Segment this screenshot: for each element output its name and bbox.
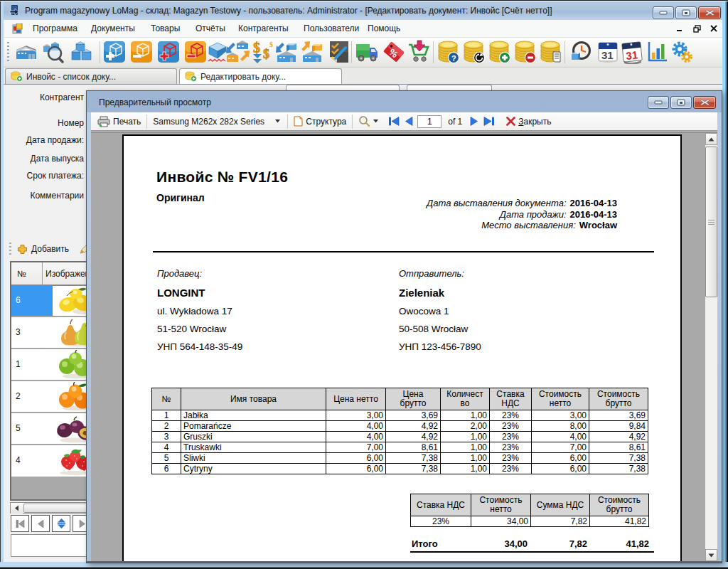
menu-goods[interactable]: Товары: [151, 23, 180, 33]
mdi-window-controls: [675, 23, 719, 34]
outgoing-delivery-icon[interactable]: [300, 40, 324, 64]
menu-help[interactable]: Помощь: [368, 23, 400, 33]
coins-query-icon[interactable]: ?: [437, 40, 461, 64]
col-vat-amount: Сумма НДС: [531, 494, 590, 516]
nav-next-page-button[interactable]: [467, 117, 481, 126]
table-cell: 4,92: [386, 421, 441, 432]
table-cell: 34,00: [471, 516, 531, 527]
main-titlebar[interactable]: Program magazynowy LoMag - склад: Magazy…: [1, 1, 727, 20]
history-clock-icon[interactable]: [569, 40, 593, 64]
invoice-divider: [153, 251, 654, 252]
tab-edit-document[interactable]: Редактировать доку...: [179, 68, 342, 84]
table-cell: 6: [152, 464, 181, 474]
mdi-minimize-icon[interactable]: [675, 23, 685, 34]
menu-reports[interactable]: Отчёты: [196, 23, 225, 33]
nav-prev-button[interactable]: [31, 515, 50, 532]
print-button[interactable]: Печать: [95, 116, 144, 127]
menu-program[interactable]: Программа: [33, 23, 77, 33]
page-number-input[interactable]: [417, 115, 441, 128]
hscroll-left-arrow-icon[interactable]: [11, 503, 23, 514]
tab-invoice-list[interactable]: Инвойс - список доку...: [5, 68, 177, 84]
nav-prev-page-button[interactable]: [402, 117, 416, 126]
table-cell: 4,92: [589, 432, 648, 442]
toolbar-separator: [564, 41, 565, 63]
vscroll-up-arrow-icon[interactable]: [705, 133, 717, 145]
invoice-meta: Дата выставления документа:2016-04-13 Да…: [427, 198, 617, 231]
menu-users[interactable]: Пользователи: [304, 23, 359, 33]
table-cell: 23%: [490, 453, 532, 464]
grid-column-num[interactable]: №: [17, 269, 26, 279]
nav-updown-button[interactable]: [52, 515, 70, 532]
goods-receipt-icon[interactable]: [156, 40, 181, 64]
menu-documents[interactable]: Документы: [91, 23, 135, 33]
preview-titlebar[interactable]: Предварительный просмотр: [87, 91, 722, 112]
goods-boxes-icon[interactable]: [70, 40, 94, 64]
add-row-button[interactable]: Добавить: [17, 241, 69, 257]
magnifier-icon: [358, 115, 370, 127]
window-caption-buttons: [651, 6, 721, 19]
coins-refresh-icon[interactable]: [462, 40, 486, 64]
warehouse-icon[interactable]: [14, 40, 38, 64]
preview-restore-button[interactable]: [670, 96, 692, 109]
row-number: 1: [16, 359, 21, 369]
coins-add-icon[interactable]: [488, 40, 512, 64]
preview-vscrollbar[interactable]: [705, 133, 717, 561]
incoming-delivery-icon[interactable]: [274, 40, 299, 64]
col-quantity: Количест во: [441, 388, 490, 410]
add-item-icon[interactable]: [102, 40, 127, 64]
vscroll-thumb[interactable]: [705, 147, 717, 297]
restore-button[interactable]: [675, 6, 697, 19]
zoom-button[interactable]: [355, 115, 381, 127]
calendar-red-icon[interactable]: 31: [620, 40, 644, 64]
printer-dropdown-arrow-icon[interactable]: [275, 119, 284, 123]
shipper-taxid: УНП 123-456-7890: [399, 341, 481, 359]
preview-minimize-button[interactable]: [648, 96, 669, 109]
menu-contractors[interactable]: Контрагенты: [238, 23, 289, 33]
goods-issue-icon[interactable]: [183, 40, 208, 64]
row-number: 4: [16, 455, 21, 465]
close-button[interactable]: [698, 6, 721, 19]
structure-button[interactable]: Структура: [291, 116, 349, 127]
vscroll-down-arrow-icon[interactable]: [705, 549, 717, 561]
item-row: 3Gruszki4,004,921,0023%4,004,92: [152, 432, 648, 442]
calendar-blue-icon[interactable]: 31: [596, 40, 620, 64]
preview-close-button[interactable]: [693, 96, 716, 109]
invoice-items-table: № Имя товара Цена нетто Цена брутто Коли…: [151, 388, 648, 474]
money-transfer-icon[interactable]: $ $ $: [251, 40, 275, 64]
nav-first-button[interactable]: [11, 515, 29, 532]
warehouse-transfer-icon[interactable]: [225, 40, 251, 64]
minimize-button[interactable]: [653, 6, 674, 19]
mdi-close-icon[interactable]: [709, 23, 719, 34]
close-preview-button[interactable]: Закрыть: [503, 117, 554, 127]
nav-first-page-button[interactable]: [385, 117, 402, 126]
preview-surface: Инвойс № FV1/16 Оригинал Дата выставлени…: [91, 132, 717, 561]
table-cell: 8,61: [589, 442, 648, 453]
warehouse-search-icon[interactable]: [41, 40, 65, 64]
statistics-chart-icon[interactable]: [645, 40, 669, 64]
truck-delivery-icon[interactable]: [355, 40, 379, 64]
shipper-role: Отправитель:: [399, 268, 481, 287]
shipper-block: Отправитель: Zieleniak Owocowa 1 50-508 …: [399, 268, 481, 359]
table-cell: Sliwki: [181, 453, 326, 464]
purchase-cart-icon[interactable]: [407, 40, 431, 64]
table-cell: 4,00: [532, 432, 589, 442]
settings-gears-icon[interactable]: [670, 40, 694, 64]
item-row: 5Sliwki6,007,381,0023%6,007,38: [152, 453, 648, 464]
seller-address: ul. Wykładowa 17: [157, 306, 242, 324]
discount-tag-icon[interactable]: %: [382, 40, 406, 64]
meta-value: 2016-04-13: [570, 198, 618, 208]
printer-select[interactable]: Samsung M262x 282x Series: [150, 117, 275, 127]
mdi-restore-icon[interactable]: [692, 23, 702, 34]
inventory-checklist-icon[interactable]: [327, 40, 351, 64]
coins-remove-icon[interactable]: [513, 40, 537, 64]
items-toolbar-grip[interactable]: [9, 243, 11, 255]
preview-toolbar-separator: [352, 115, 353, 129]
table-cell: 7,00: [326, 442, 386, 453]
item-row: 2Pomarańcze4,004,922,0023%8,009,84: [152, 421, 648, 432]
coins-invoice-icon[interactable]: [539, 40, 563, 64]
svg-text:?: ?: [451, 54, 456, 63]
toolbar-grip[interactable]: [7, 42, 9, 63]
table-cell: 7,38: [589, 453, 648, 464]
nav-last-page-button[interactable]: [481, 117, 498, 126]
remove-item-icon[interactable]: [129, 40, 154, 64]
